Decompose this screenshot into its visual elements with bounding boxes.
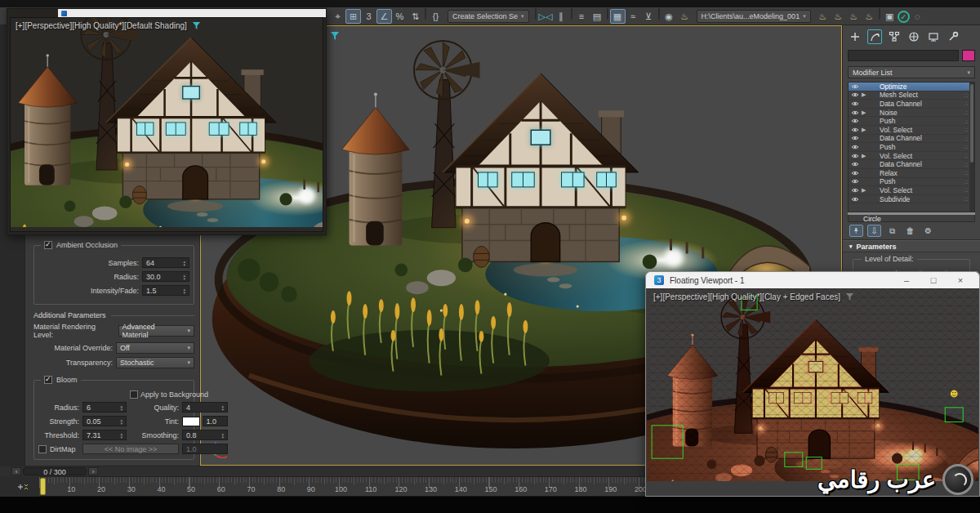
samples-spinner[interactable]: 64▴▾ (142, 257, 189, 268)
visibility-eye-icon[interactable] (851, 187, 859, 194)
visibility-eye-icon[interactable] (851, 109, 859, 116)
modifier-row[interactable]: ▶ Push ∴ (849, 178, 974, 187)
modifier-row[interactable]: ▶ Data Channel ∴ (849, 160, 974, 169)
minimize-button[interactable]: – (896, 275, 917, 285)
spinner-arrows-icon[interactable]: ▴▾ (183, 274, 185, 280)
tint-amount-spinner[interactable]: 1.0 (203, 416, 228, 426)
render-production-icon[interactable]: ♨ (831, 9, 846, 24)
modifier-row[interactable]: ▶ Subdivide ∴ (849, 195, 974, 204)
visibility-eye-icon[interactable] (851, 83, 859, 90)
bloom-checkbox[interactable] (44, 376, 52, 384)
material-override-dropdown[interactable]: Off▾ (116, 342, 194, 354)
modifier-row[interactable]: ▶ Push ∴ (849, 117, 974, 126)
curve-editor-icon[interactable]: ≈ (626, 9, 641, 24)
viewport-filter-icon[interactable] (845, 292, 854, 301)
floating-viewport-label[interactable]: [+][Perspective][High Quality*][Clay + E… (653, 292, 840, 301)
toolbar-separator[interactable] (879, 8, 880, 20)
ambient-occlusion-checkbox[interactable] (44, 241, 52, 249)
transparency-dropdown[interactable]: Stochastic▾ (116, 357, 194, 368)
idle-status-icon[interactable]: ◌ (910, 9, 925, 24)
visibility-eye-icon[interactable] (851, 127, 859, 133)
preview-scene[interactable] (11, 18, 323, 227)
visibility-eye-icon[interactable] (851, 178, 859, 185)
visibility-eye-icon[interactable] (851, 91, 859, 98)
render-setup-icon[interactable]: ♨ (677, 9, 693, 24)
object-name-field[interactable] (848, 50, 959, 61)
modifier-row[interactable]: ▶ Noise ∴ (849, 109, 974, 118)
preview-viewport-label[interactable]: [+][Perspective][High Quality*][Default … (16, 21, 187, 30)
preview-viewport[interactable]: [+][Perspective][High Quality*][Default … (10, 17, 323, 232)
utilities-tab-icon[interactable] (946, 29, 960, 44)
edit-named-selection-sets-icon[interactable]: {} (428, 9, 443, 24)
modifier-row[interactable]: ▶ Data Channel ∴ (849, 100, 974, 109)
render-iterative-icon[interactable]: ♨ (846, 9, 862, 24)
strength-spinner[interactable]: 0.05▴▾ (82, 416, 127, 426)
expand-arrow-icon[interactable]: ▶ (862, 153, 867, 159)
toolbar-separator[interactable] (571, 8, 572, 20)
modifier-row[interactable]: ▶ Data Channel ∴ (849, 135, 974, 144)
spinner-arrows-icon[interactable]: ▴▾ (183, 288, 185, 294)
smoothing-spinner[interactable]: 0.8▴▾ (182, 430, 228, 440)
base-object-row[interactable]: Circle (848, 215, 975, 222)
threshold-spinner[interactable]: 7.31▴▾ (82, 430, 127, 440)
rendered-frame-window-icon[interactable]: ♨ (815, 9, 831, 24)
visibility-eye-icon[interactable] (851, 100, 859, 107)
pin-stack-icon[interactable]: 🖈 (849, 225, 863, 237)
next-frame-button[interactable]: › (88, 467, 98, 475)
visibility-eye-icon[interactable] (851, 153, 859, 159)
snaps-toggle-icon[interactable]: ⊞ (345, 9, 361, 24)
apply-to-background-checkbox[interactable] (130, 390, 138, 399)
time-slider-handle[interactable] (40, 478, 46, 495)
angle-snap-icon[interactable]: ∠ (376, 9, 392, 24)
toolbar-separator[interactable] (607, 8, 608, 20)
scene-explorer-icon[interactable]: ▤ (590, 9, 605, 24)
spinner-arrows-icon[interactable]: ▴▾ (183, 260, 185, 266)
maximize-button[interactable]: □ (923, 275, 944, 285)
spinner-arrows-icon[interactable]: ▴▾ (120, 404, 122, 411)
make-unique-icon[interactable]: ⧉ (885, 225, 899, 237)
quality-spinner[interactable]: 4▴▾ (182, 402, 228, 413)
visibility-eye-icon[interactable] (851, 161, 859, 167)
spinner-snap-icon[interactable]: ⇅ (408, 9, 423, 24)
modifier-row[interactable]: ▶ Vol. Select ∴ (849, 186, 974, 195)
visibility-eye-icon[interactable] (851, 135, 859, 141)
display-tab-icon[interactable] (926, 29, 941, 44)
modifier-row[interactable]: ▶ Vol. Select ∴ (849, 126, 974, 135)
modifier-row[interactable]: ▶ Vol. Select ∴ (849, 152, 974, 161)
expand-arrow-icon[interactable]: ▶ (862, 187, 867, 194)
align-icon[interactable]: ∥ (554, 9, 569, 24)
configure-modifier-sets-icon[interactable]: ⚙ (921, 225, 935, 237)
modifier-row[interactable]: ▶ Mesh Select ∴ (849, 91, 974, 100)
viewport-filter-icon[interactable] (330, 31, 340, 41)
project-folder-dropdown[interactable]: H:\Clients\au...eModeling_001 ▾ (697, 10, 811, 23)
mini-curve-editor-icon[interactable] (16, 482, 28, 492)
percent-snap-icon[interactable]: % (392, 9, 408, 24)
viewport-filter-icon[interactable] (192, 21, 201, 30)
hierarchy-tab-icon[interactable] (887, 29, 902, 44)
spinner-arrows-icon[interactable]: ▴▾ (221, 432, 224, 439)
ribbon-toggle-icon[interactable]: ▦ (610, 9, 626, 24)
material-rendering-level-dropdown[interactable]: Advanced Material▾ (118, 325, 194, 337)
visibility-eye-icon[interactable] (851, 118, 859, 124)
stack-scrollbar[interactable] (969, 83, 974, 212)
scene-ok-status-icon[interactable]: ✓ (898, 11, 910, 23)
intensity-fade-spinner[interactable]: 1.5▴▾ (142, 285, 189, 296)
render-last-icon[interactable]: ♨ (862, 9, 877, 24)
visibility-eye-icon[interactable] (851, 196, 859, 203)
modifier-row[interactable]: ▶ Optimize ∴ (849, 83, 974, 91)
frame-readout[interactable]: 0 / 300 (23, 467, 87, 475)
ao-radius-spinner[interactable]: 30.0▴▾ (142, 271, 189, 282)
toolbar-separator[interactable] (425, 8, 426, 20)
object-color-swatch[interactable] (962, 50, 975, 61)
selection-set-dropdown[interactable]: Create Selection Se ▾ (448, 10, 529, 23)
parameters-rollout-header[interactable]: ▾ Parameters (843, 240, 980, 252)
floating-window-titlebar[interactable]: 3 Floating Viewport - 1 – □ × (646, 272, 979, 288)
material-editor-icon[interactable]: ◉ (662, 9, 677, 24)
tint-color-swatch[interactable] (182, 417, 200, 426)
bloom-radius-spinner[interactable]: 6▴▾ (82, 402, 127, 413)
layer-manager-icon[interactable]: ≡ (574, 9, 590, 24)
snap-3d-icon[interactable]: 3 (361, 9, 376, 24)
close-button[interactable]: × (950, 275, 971, 285)
toolbar-separator[interactable] (535, 8, 537, 20)
dirtmap-image-button[interactable]: << No image >> (82, 444, 179, 454)
